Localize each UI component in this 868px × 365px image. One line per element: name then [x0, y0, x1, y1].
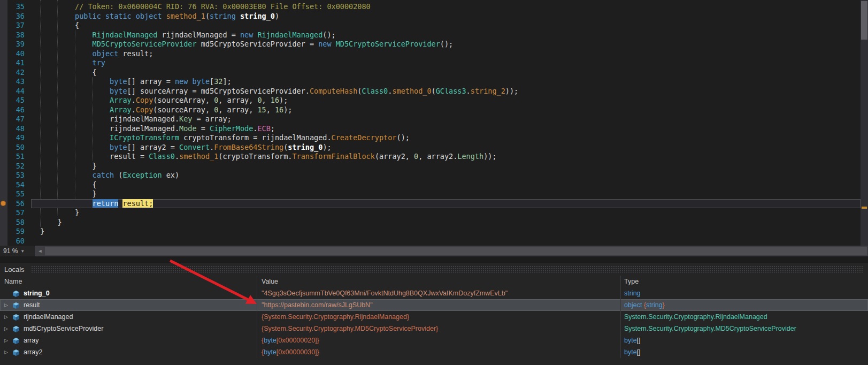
- token-pl: [] sourceArray = md5CryptoServiceProvide…: [127, 87, 310, 95]
- variable-name-cell[interactable]: ▷rijndaelManaged: [0, 311, 257, 323]
- indentation: [40, 133, 110, 142]
- code-line[interactable]: 50 byte[] array2 = Convert.FromBase64Str…: [0, 143, 861, 153]
- code-line[interactable]: 42 {: [0, 68, 861, 78]
- token-me: string_2: [471, 87, 505, 95]
- line-content: }: [31, 227, 861, 237]
- column-header-name[interactable]: Name: [0, 276, 257, 287]
- variable-value[interactable]: {System.Security.Cryptography.RijndaelMa…: [257, 311, 620, 323]
- code-line[interactable]: 51 result = Class0.smethod_1(cryptoTrans…: [0, 152, 861, 162]
- token-kw: public static object: [75, 12, 166, 20]
- code-line[interactable]: 37 {: [0, 21, 861, 31]
- indentation: [40, 115, 110, 123]
- expand-arrow-icon[interactable]: ▷: [4, 323, 12, 334]
- token-ty: MD5CryptoServiceProvider: [336, 40, 440, 48]
- locals-row[interactable]: ▷array2{byte[0x00000030]}byte[]: [0, 346, 868, 358]
- line-content: }: [31, 208, 861, 218]
- line-content: }: [31, 189, 861, 199]
- scroll-left-icon[interactable]: ◄: [35, 248, 45, 254]
- code-line[interactable]: 38 RijndaelManaged rijndaelManaged = new…: [0, 31, 861, 40]
- variable-value[interactable]: "4Sgq3sOecfjsummTbVe0Qf63Mni/FovktNtdUhg…: [257, 287, 620, 299]
- column-header-type[interactable]: Type: [620, 276, 868, 287]
- token-pl: .: [132, 96, 136, 104]
- expand-arrow-icon[interactable]: ▷: [4, 346, 12, 358]
- local-variable-icon: [12, 301, 22, 309]
- token-nu: 0: [414, 152, 418, 161]
- zoom-control[interactable]: 91 % ▼: [0, 246, 35, 256]
- code-line[interactable]: 53 catch (Exception ex): [0, 171, 861, 180]
- variable-name-cell[interactable]: ▷array: [0, 334, 257, 346]
- line-number: 48: [0, 124, 31, 134]
- locals-row[interactable]: ▷result"https://pastebin.com/raw/sJLgSUb…: [0, 299, 868, 311]
- indentation: [40, 208, 75, 217]
- expand-arrow-icon[interactable]: ▷: [4, 311, 12, 323]
- line-content: object result;: [31, 49, 861, 59]
- code-line[interactable]: 39 MD5CryptoServiceProvider md5CryptoSer…: [0, 40, 861, 49]
- expand-arrow-icon[interactable]: ▷: [4, 299, 12, 311]
- variable-name-cell[interactable]: ▷md5CryptoServiceProvider: [0, 323, 257, 334]
- locals-row[interactable]: ▷array{byte[0x00000020]}byte[]: [0, 334, 868, 346]
- expand-arrow-icon[interactable]: ▷: [4, 334, 12, 346]
- token-pl: ;: [271, 124, 275, 133]
- code-line[interactable]: 52 }: [0, 162, 861, 171]
- variable-name-cell[interactable]: ▷array2: [0, 346, 257, 358]
- code-line[interactable]: 45 Array.Copy(sourceArray, 0, array, 0, …: [0, 96, 861, 105]
- indentation: [40, 171, 93, 179]
- token-pl: [188, 77, 192, 86]
- token-pl: .: [132, 105, 136, 114]
- scrollbar-current-line-mark: [862, 207, 867, 209]
- line-number: 54: [0, 180, 31, 190]
- line-content: // Token: 0x0600004C RID: 76 RVA: 0x0000…: [31, 2, 861, 12]
- chevron-down-icon[interactable]: ▼: [20, 249, 25, 254]
- vertical-scrollbar[interactable]: [861, 0, 868, 246]
- column-header-value[interactable]: Value: [257, 276, 620, 287]
- code-line[interactable]: 41 try: [0, 58, 861, 68]
- line-content: result = Class0.smethod_1(cryptoTransfor…: [31, 152, 861, 162]
- horizontal-scrollbar-thumb[interactable]: [45, 247, 867, 255]
- code-line[interactable]: 59}: [0, 227, 861, 237]
- variable-value[interactable]: {System.Security.Cryptography.MD5CryptoS…: [257, 323, 620, 334]
- locals-title-bar[interactable]: Locals: [0, 263, 868, 276]
- code-line[interactable]: 46 Array.Copy(sourceArray, 0, array, 15,…: [0, 105, 861, 115]
- locals-panel: Locals Name Value Type string_0"4Sgq3sOe…: [0, 263, 868, 365]
- line-number: 42: [0, 68, 31, 78]
- line-content: Array.Copy(sourceArray, 0, array, 0, 16)…: [31, 96, 861, 105]
- code-line[interactable]: 44 byte[] sourceArray = md5CryptoService…: [0, 87, 861, 96]
- indentation: [40, 49, 93, 58]
- horizontal-scrollbar[interactable]: ◄: [35, 246, 868, 256]
- variable-name-cell[interactable]: string_0: [0, 287, 257, 299]
- line-number: 60: [0, 237, 31, 246]
- token-pl: .: [175, 152, 179, 161]
- token-kw: object: [93, 49, 119, 58]
- code-line[interactable]: 43 byte[] array = new byte[32];: [0, 77, 861, 87]
- code-line[interactable]: 55 }: [0, 189, 861, 199]
- variable-value[interactable]: {byte[0x00000030]}: [257, 346, 620, 358]
- variable-value[interactable]: {byte[0x00000020]}: [257, 334, 620, 346]
- vertical-scrollbar-thumb[interactable]: [861, 1, 867, 40]
- indentation: [40, 124, 110, 133]
- token-pl: {: [75, 21, 79, 29]
- line-number: 51: [0, 152, 31, 162]
- code-line[interactable]: 58 }: [0, 218, 861, 227]
- locals-row[interactable]: string_0"4Sgq3sOecfjsummTbVe0Qf63Mni/Fov…: [0, 287, 868, 299]
- code-line[interactable]: 49 ICryptoTransform cryptoTransform = ri…: [0, 133, 861, 143]
- code-line[interactable]: 47 rijndaelManaged.Key = array;: [0, 115, 861, 124]
- line-number: 59: [0, 227, 31, 237]
- code-line[interactable]: 60: [0, 237, 861, 246]
- variable-value[interactable]: "https://pastebin.com/raw/sJLgSUbN": [257, 299, 620, 311]
- locals-row[interactable]: ▷rijndaelManaged{System.Security.Cryptog…: [0, 311, 868, 323]
- indentation: [40, 68, 93, 77]
- line-number: 43: [0, 77, 31, 87]
- code-line[interactable]: 48 rijndaelManaged.Mode = CipherMode.ECB…: [0, 124, 861, 134]
- token-nu: 0: [257, 96, 262, 104]
- code-line[interactable]: 40 object result;: [0, 49, 861, 59]
- code-line[interactable]: 35 // Token: 0x0600004C RID: 76 RVA: 0x0…: [0, 2, 861, 12]
- token-obj: [0x00000030]}: [276, 348, 319, 356]
- line-content: return result;: [31, 199, 861, 209]
- token-pl: []: [637, 337, 641, 344]
- code-line[interactable]: 54 {: [0, 180, 861, 190]
- code-line-current[interactable]: 56 return result;: [0, 199, 861, 209]
- locals-row[interactable]: ▷md5CryptoServiceProvider{System.Securit…: [0, 323, 868, 334]
- variable-name-cell[interactable]: ▷result: [0, 299, 257, 311]
- code-line[interactable]: 36 public static object smethod_1(string…: [0, 12, 861, 21]
- code-line[interactable]: 57 }: [0, 208, 861, 218]
